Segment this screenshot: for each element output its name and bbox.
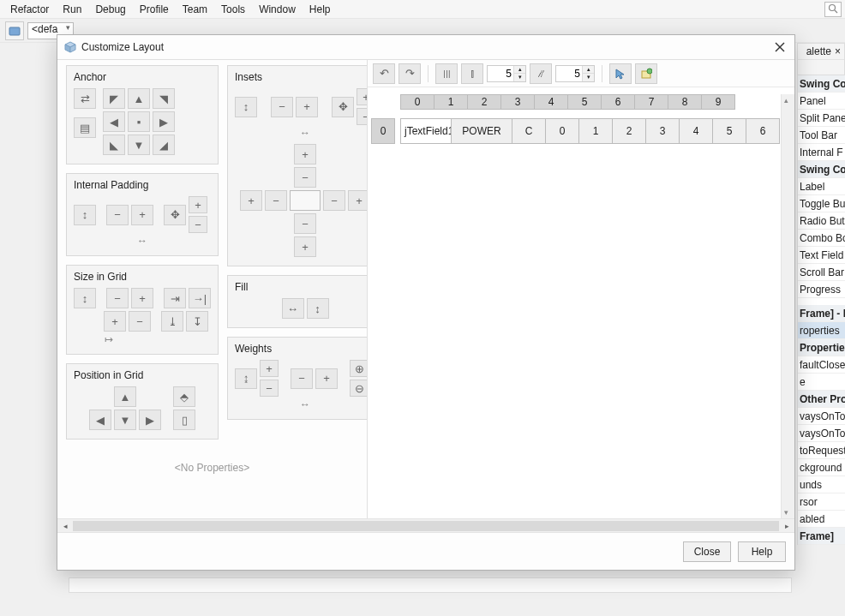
column-header[interactable]: 5 xyxy=(567,94,602,110)
inset-right-plus[interactable]: + xyxy=(348,190,367,211)
anchor-n[interactable]: ▲ xyxy=(128,88,150,109)
weight-h-plus[interactable]: + xyxy=(315,368,338,389)
anchor-nw[interactable]: ◤ xyxy=(103,88,125,109)
column-header[interactable]: 0 xyxy=(400,94,434,110)
gridw-plus[interactable]: + xyxy=(131,288,153,308)
palette-tab-label[interactable]: alette xyxy=(806,45,831,57)
ipad-h-plus[interactable]: + xyxy=(131,205,153,225)
weight-max-plus[interactable]: ⊕ xyxy=(350,360,367,377)
insets-v-icon[interactable]: ↕ xyxy=(235,97,257,117)
anchor-s[interactable]: ▼ xyxy=(128,135,150,155)
palette-item[interactable]: e xyxy=(798,374,845,391)
palette-item[interactable]: Internal F xyxy=(798,144,845,161)
move-icon[interactable]: ✥ xyxy=(164,205,186,225)
column-header[interactable]: 2 xyxy=(467,94,501,110)
menu-item[interactable]: Refactor xyxy=(3,2,56,17)
menu-item[interactable]: Run xyxy=(56,2,88,17)
spin-up[interactable]: ▴ xyxy=(513,66,525,74)
insets-all-plus[interactable]: + xyxy=(296,97,318,117)
vresize-icon[interactable]: ↕ xyxy=(74,288,96,308)
anchor-sw[interactable]: ◣ xyxy=(103,135,125,155)
insets-both-minus[interactable]: − xyxy=(357,108,367,125)
button-cell[interactable]: 3 xyxy=(645,118,680,144)
vresize-icon[interactable]: ↕ xyxy=(74,205,96,225)
button-cell[interactable]: 0 xyxy=(545,118,579,144)
scroll-left-icon[interactable]: ◂ xyxy=(59,522,71,530)
palette-item[interactable]: Progress xyxy=(798,281,845,298)
palette-item[interactable]: Text Field xyxy=(798,247,845,264)
menu-item[interactable]: Profile xyxy=(133,2,176,17)
insets-move-icon[interactable]: ✥ xyxy=(332,97,354,117)
palette-item[interactable]: Split Pane xyxy=(798,110,845,127)
fill-vertical[interactable]: ↕ xyxy=(307,298,329,319)
inset-left-plus[interactable]: + xyxy=(240,190,262,211)
pos-up[interactable]: ▲ xyxy=(114,386,136,407)
ipad-v-plus[interactable]: + xyxy=(189,196,207,213)
collapse-down-icon[interactable]: ⤓ xyxy=(161,311,183,332)
grid-designer[interactable]: 0123456789 0 jTextField1POWERC0123456 xyxy=(368,87,794,518)
spin-up[interactable]: ▴ xyxy=(582,66,594,74)
inset-right-minus[interactable]: − xyxy=(323,190,345,211)
column-header[interactable]: 9 xyxy=(701,94,735,110)
palette-item[interactable]: abled xyxy=(798,511,845,528)
anchor-c[interactable]: ▪ xyxy=(128,111,150,132)
pad-v-icon[interactable]: ⫽ xyxy=(530,63,552,84)
palette-item[interactable]: Toggle Bu xyxy=(798,195,845,212)
undo-icon[interactable]: ↶ xyxy=(373,63,395,84)
pad-h-icon[interactable]: ⫼ xyxy=(435,63,458,84)
insets-all-minus[interactable]: − xyxy=(271,97,293,117)
button-cell[interactable]: 4 xyxy=(679,118,713,144)
palette-item[interactable]: unds xyxy=(798,476,845,493)
fill-horizontal[interactable]: ↔ xyxy=(282,298,304,319)
palette-item[interactable]: faultClose xyxy=(798,356,845,374)
expand-down-icon[interactable]: ↧ xyxy=(186,311,208,332)
row-header[interactable]: 0 xyxy=(371,118,395,144)
anchor-page-icon[interactable]: ▤ xyxy=(74,117,96,138)
close-icon[interactable]: × xyxy=(835,45,841,57)
palette-item[interactable]: Combo Bo xyxy=(798,230,845,247)
column-header[interactable]: 6 xyxy=(601,94,635,110)
menu-item[interactable]: Help xyxy=(303,2,338,17)
spin-down[interactable]: ▾ xyxy=(513,74,525,81)
anchor-baseline-icon[interactable]: ⇄ xyxy=(74,88,96,109)
selection-icon[interactable] xyxy=(609,63,632,84)
palette-item[interactable]: Panel xyxy=(798,93,845,110)
palette-item[interactable]: Tool Bar xyxy=(798,127,845,144)
textfield-cell[interactable]: jTextField1 xyxy=(400,118,452,144)
dialog-close-button[interactable] xyxy=(772,39,788,55)
column-header[interactable]: 3 xyxy=(500,94,535,110)
palette-item[interactable]: roperties xyxy=(798,322,845,339)
gap-v-value[interactable] xyxy=(556,66,582,81)
search-box[interactable] xyxy=(824,2,842,17)
palette-item[interactable]: vaysOnTop xyxy=(798,408,845,425)
pos-right[interactable]: ▶ xyxy=(139,410,161,430)
menu-item[interactable]: Debug xyxy=(88,2,132,17)
anchor-w[interactable]: ◀ xyxy=(103,111,125,132)
dialog-hscrollbar[interactable]: ◂ ▸ xyxy=(57,518,794,532)
weightx-plus[interactable]: + xyxy=(260,360,279,377)
button-cell[interactable]: 6 xyxy=(746,118,780,144)
pos-down[interactable]: ▼ xyxy=(114,410,136,430)
gridh-plus[interactable]: + xyxy=(104,311,126,332)
palette-item[interactable]: vaysOnTop xyxy=(798,425,845,442)
collapse-right-icon[interactable]: ⇥ xyxy=(164,288,186,308)
palette-item[interactable]: toRequestF xyxy=(798,442,845,459)
pos-link1-icon[interactable]: ⬘ xyxy=(173,386,195,407)
gridh-minus[interactable]: − xyxy=(129,311,151,332)
help-button[interactable]: Help xyxy=(738,541,786,562)
button-cell[interactable]: C xyxy=(512,118,546,144)
close-button[interactable]: Close xyxy=(683,541,731,562)
weight-h-minus[interactable]: − xyxy=(291,368,313,389)
scroll-right-icon[interactable]: ▸ xyxy=(781,522,793,530)
ipad-h-minus[interactable]: − xyxy=(106,205,129,225)
column-header[interactable]: 7 xyxy=(634,94,668,110)
gap-h-value[interactable] xyxy=(488,66,513,81)
palette-item[interactable]: Scroll Bar xyxy=(798,264,845,281)
vertical-scrollbar[interactable] xyxy=(781,94,794,518)
button-cell[interactable]: 1 xyxy=(578,118,613,144)
column-header[interactable]: 8 xyxy=(668,94,702,110)
anchor-ne[interactable]: ◥ xyxy=(153,88,175,109)
menu-item[interactable]: Tools xyxy=(214,2,252,17)
weightx-minus[interactable]: − xyxy=(260,380,279,397)
palette-item[interactable]: rsor xyxy=(798,493,845,511)
